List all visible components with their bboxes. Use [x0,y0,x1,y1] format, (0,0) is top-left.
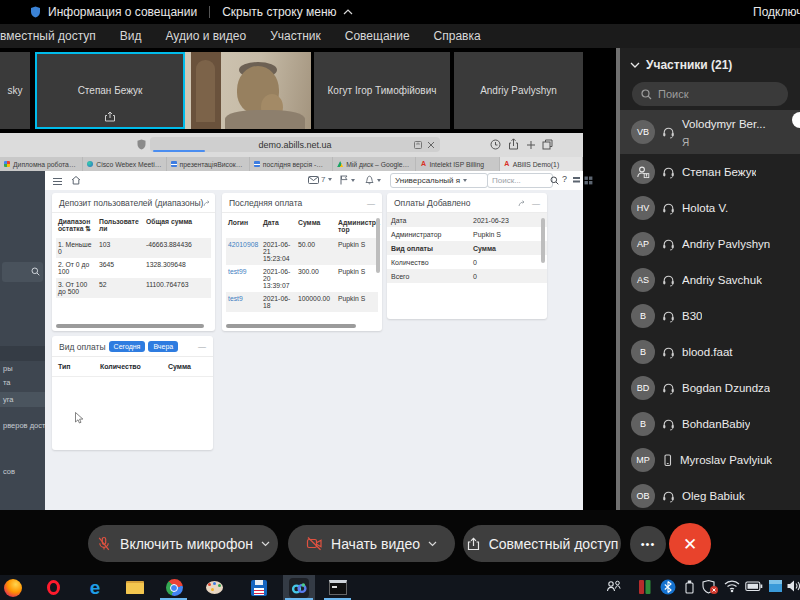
chevron-down-icon[interactable] [630,62,640,68]
tab-webex[interactable]: Cisco Webex Meeti… [83,157,166,171]
video-tile-stepan[interactable]: Степан Бежук [35,52,185,129]
yesterday-button[interactable]: Вчера [148,341,178,352]
sidebar-item[interactable]: сов [3,467,15,476]
flag-icon[interactable] [340,175,355,185]
participant-row[interactable]: B BohdanBabiy [620,406,800,442]
menu-meeting[interactable]: Совещание [345,29,410,43]
file-explorer-icon[interactable] [124,577,146,598]
collapse-icon[interactable]: — [198,342,206,351]
menu-share[interactable]: вместный доступ [0,29,96,43]
participants-search-input[interactable]: Поиск [632,82,788,106]
opera-icon[interactable] [42,577,64,598]
export-icon[interactable] [203,200,212,207]
privacy-shield-icon[interactable] [137,139,146,150]
apps-grid-icon[interactable] [584,176,593,185]
col-header[interactable]: Дата [261,216,296,236]
menu-view[interactable]: Вид [120,29,142,43]
toolbar-search-input[interactable]: Поиск... [487,173,553,188]
bluetooth-icon[interactable] [660,579,676,595]
sidebar-item[interactable]: уга [3,395,14,404]
col-header[interactable]: Сумма [168,363,208,370]
stack-icon[interactable] [572,176,581,185]
col-header[interactable]: Сумма [296,216,336,236]
mail-icon[interactable]: 7 [308,175,332,184]
leave-meeting-button[interactable]: ✕ [669,523,711,565]
wifi-icon[interactable] [724,579,740,593]
sort-icon[interactable]: ⇅ [85,225,91,232]
unmute-button[interactable]: Включить микрофон [88,525,278,562]
sidebar-item[interactable]: та [3,378,11,387]
tab-presentation[interactable]: презентаціяВисок… [167,157,250,171]
tab-diploma[interactable]: Дипломна робота… [0,157,83,171]
video-tile-kogut[interactable]: Когут Ігор Тимофійович [314,52,450,129]
participant-row[interactable]: AP Andriy Pavlyshyn [620,226,800,262]
col-header[interactable]: Количество [100,363,168,370]
sidebar-item[interactable]: ры [3,364,13,373]
tab-last-version[interactable]: послідня версія -… [250,157,333,171]
col-header[interactable]: Логин [226,216,261,236]
participant-row[interactable]: AS Andriy Savchuk [620,262,800,298]
help-icon[interactable]: ? [562,174,567,184]
tab-intelekt-billing[interactable]: A Intelekt ISP Billing [416,157,499,171]
menu-participant[interactable]: Участник [270,29,321,43]
menu-audio-video[interactable]: Аудио и видео [165,29,246,43]
paint-icon[interactable] [203,577,225,598]
horizontal-scrollbar[interactable] [56,324,204,328]
hide-menubar-button[interactable]: Скрыть строку меню [222,5,336,19]
home-icon[interactable] [71,175,81,185]
tab-overview-icon[interactable] [542,139,553,150]
chevron-down-icon[interactable] [428,541,437,547]
stop-loading-icon[interactable] [427,141,435,149]
participant-row[interactable]: B blood.faat [620,334,800,370]
login-link[interactable]: test99 [226,265,261,292]
participant-row[interactable]: HV Holota V. [620,190,800,226]
col-header[interactable]: Диапазон остатка ⇅ [56,215,96,236]
webex-icon[interactable] [288,577,310,598]
share-content-button[interactable]: Совместный доступ [463,525,621,562]
participant-row[interactable]: OB Oleg Babiuk [620,478,800,514]
collapse-icon[interactable]: — [367,199,375,208]
bell-icon[interactable] [365,175,381,185]
chevron-up-icon[interactable] [343,9,353,15]
connect-to-device-button[interactable]: Подключ [753,5,800,19]
col-header[interactable]: Пользователи [97,215,143,236]
menu-help[interactable]: Справка [434,29,481,43]
floppy-disk-icon[interactable] [248,577,270,598]
login-link[interactable]: test9 [226,292,261,312]
window-icon[interactable] [768,579,783,593]
today-button[interactable]: Сегодня [109,341,146,352]
participant-row-me[interactable]: VB Volodymyr Ber... Я [620,110,800,154]
participant-row[interactable]: MP Myroslav Pavlyiuk [620,442,800,478]
export-icon[interactable] [518,200,527,207]
edge-icon[interactable]: e [84,577,106,598]
translate-icon[interactable] [414,141,422,149]
login-link[interactable]: 42010908 [226,238,261,265]
col-header[interactable]: Тип [58,363,100,370]
col-header[interactable]: Общая сумма [144,215,215,236]
usb-device-icon[interactable] [683,579,696,595]
people-icon[interactable] [606,579,622,595]
tab-abills-demo[interactable]: A ABillS Demo(1) [500,157,583,171]
vertical-scrollbar[interactable] [541,218,545,263]
meeting-info-button[interactable]: Информация о совещании [48,5,197,19]
reader-icon[interactable] [490,139,501,150]
vertical-scrollbar[interactable] [376,218,380,273]
firefox-icon[interactable] [2,577,24,598]
participant-row[interactable]: BD Bogdan Dzundza [620,370,800,406]
more-options-button[interactable]: ••• [630,526,666,562]
search-icon[interactable] [550,176,559,185]
sidebar-search-input[interactable] [2,262,43,282]
speaker-icon[interactable] [786,579,800,593]
hamburger-menu-icon[interactable] [53,176,62,187]
video-tile-andriy[interactable]: Andriy Pavlyshyn [454,52,583,129]
horizontal-scrollbar[interactable] [226,324,356,328]
share-page-icon[interactable] [508,138,519,150]
security-shield-icon[interactable] [702,579,719,595]
collapse-icon[interactable]: — [532,199,540,208]
battery-icon[interactable] [745,581,763,592]
tab-google-drive[interactable]: Мій диск – Google… [333,157,416,171]
participant-row[interactable]: B B30 [620,298,800,334]
video-tile-webcam[interactable] [185,52,311,129]
chrome-icon[interactable] [163,577,185,598]
keyboard-layout-icon[interactable] [638,579,652,595]
